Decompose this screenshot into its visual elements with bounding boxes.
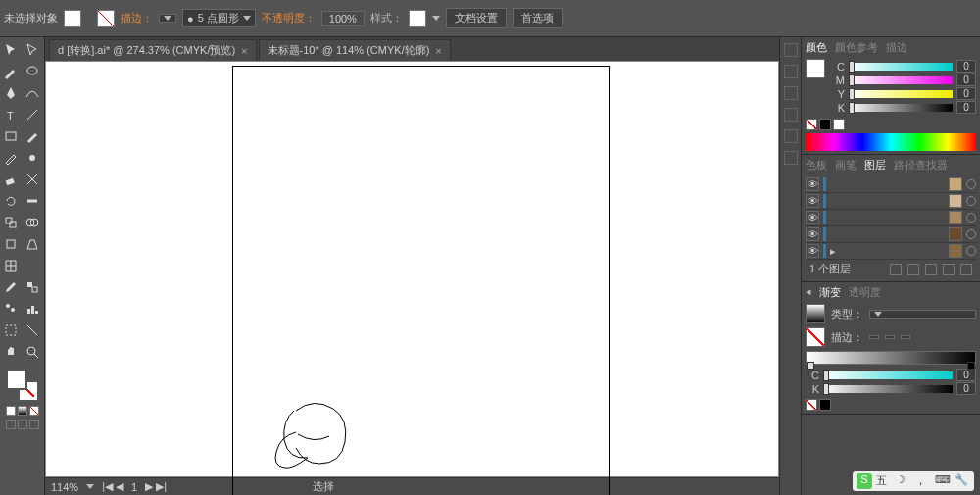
doc-setup-button[interactable]: 文档设置 xyxy=(446,8,507,28)
curvature-tool[interactable] xyxy=(22,82,43,104)
free-transform-tool[interactable] xyxy=(0,233,22,255)
collapsed-panel-icon[interactable] xyxy=(784,43,798,57)
collapsed-panel-icon[interactable] xyxy=(784,86,798,100)
new-layer-icon[interactable] xyxy=(943,264,955,275)
trash-icon[interactable] xyxy=(960,264,972,275)
none-mode[interactable] xyxy=(29,406,39,416)
tab-gradient[interactable]: 渐变 xyxy=(819,285,841,300)
tab-swatches[interactable]: 色板 xyxy=(806,158,827,173)
spectrum-picker[interactable] xyxy=(806,133,976,151)
scale-tool[interactable] xyxy=(0,212,22,233)
prefs-button[interactable]: 首选项 xyxy=(513,8,563,28)
close-icon[interactable]: × xyxy=(241,45,247,57)
ime-settings-icon[interactable]: 🔧 xyxy=(955,473,970,489)
layer-row[interactable]: 👁▸ xyxy=(806,243,976,260)
stroke-style-dropdown[interactable]: ● 5 点圆形 xyxy=(182,9,256,27)
style-dropdown-icon[interactable] xyxy=(432,16,440,21)
gradient-stroke-2[interactable] xyxy=(885,335,895,339)
black-swatch[interactable] xyxy=(819,119,831,130)
color-mode[interactable] xyxy=(6,406,16,416)
gradient-track[interactable] xyxy=(806,351,976,365)
stroke-swatch[interactable] xyxy=(97,10,115,27)
collapsed-panel-icon[interactable] xyxy=(784,129,798,143)
rectangle-tool[interactable] xyxy=(0,125,22,147)
white-swatch[interactable] xyxy=(833,119,845,130)
fill-swatch[interactable] xyxy=(64,10,81,27)
collapsed-panel-icon[interactable] xyxy=(784,108,798,122)
none-swatch[interactable] xyxy=(806,119,817,130)
tab-color[interactable]: 颜色 xyxy=(806,40,827,55)
lasso-tool[interactable] xyxy=(22,61,43,82)
brush-tool[interactable] xyxy=(22,125,43,147)
ime-moon-icon[interactable]: ☽ xyxy=(896,473,911,489)
shape-builder-tool[interactable] xyxy=(22,212,43,233)
blob-brush-tool[interactable] xyxy=(22,147,43,169)
tab-color-guide[interactable]: 颜色参考 xyxy=(835,40,878,55)
screen-normal[interactable] xyxy=(6,420,16,429)
mesh-tool[interactable] xyxy=(0,255,22,276)
target-icon[interactable] xyxy=(966,213,976,223)
ime-keyboard-icon[interactable]: ⌨ xyxy=(935,473,951,489)
collapsed-panel-icon[interactable] xyxy=(784,65,798,78)
tab-1[interactable]: d [转换].ai* @ 274.37% (CMYK/预览)× xyxy=(49,39,257,61)
ime-icon[interactable]: S xyxy=(857,473,872,489)
zoom-tool[interactable] xyxy=(22,341,43,363)
visibility-toggle[interactable]: 👁 xyxy=(806,194,819,208)
rotate-tool[interactable] xyxy=(0,190,22,212)
screen-preview[interactable] xyxy=(18,420,27,429)
screen-mode[interactable] xyxy=(29,420,39,429)
layer-row[interactable]: 👁 xyxy=(806,176,976,193)
gradient-fill-swatch[interactable] xyxy=(806,327,825,347)
visibility-toggle[interactable]: 👁 xyxy=(806,227,819,241)
tab-layers[interactable]: 图层 xyxy=(864,158,886,173)
opacity-input[interactable]: 100% xyxy=(321,11,365,26)
gradient-type-dropdown[interactable] xyxy=(869,310,976,319)
tab-transparency[interactable]: 透明度 xyxy=(849,285,881,300)
tab-2[interactable]: 未标题-10* @ 114% (CMYK/轮廓)× xyxy=(259,39,451,61)
tab-brushes[interactable]: 画笔 xyxy=(835,158,857,173)
pencil-tool[interactable] xyxy=(0,147,22,169)
gradient-stroke-3[interactable] xyxy=(901,335,910,339)
grad-black-slider[interactable] xyxy=(823,385,953,393)
artboard-nav[interactable]: 1 xyxy=(131,481,137,493)
target-icon[interactable] xyxy=(966,229,976,239)
selection-tool[interactable] xyxy=(0,39,22,61)
direct-selection-tool[interactable] xyxy=(22,39,43,61)
tab-pathfinder[interactable]: 路径查找器 xyxy=(894,158,948,173)
collapsed-panel-icon[interactable] xyxy=(784,151,798,165)
sublayer-icon[interactable] xyxy=(925,264,937,275)
layer-row[interactable]: 👁 xyxy=(806,210,976,226)
grad-cyan-slider[interactable] xyxy=(823,371,953,379)
visibility-toggle[interactable]: 👁 xyxy=(806,211,819,224)
stroke-weight-dropdown[interactable] xyxy=(159,14,176,23)
scissors-tool[interactable] xyxy=(22,169,43,190)
yellow-slider[interactable] xyxy=(849,90,953,98)
close-icon[interactable]: × xyxy=(435,45,441,57)
cyan-slider[interactable] xyxy=(849,63,953,71)
gradient-mode[interactable] xyxy=(18,406,27,416)
target-icon[interactable] xyxy=(966,179,976,189)
ime-comma-icon[interactable]: ， xyxy=(915,473,931,489)
style-swatch[interactable] xyxy=(409,10,426,27)
pen-tool[interactable] xyxy=(0,82,22,104)
magenta-slider[interactable] xyxy=(849,76,953,84)
type-tool[interactable]: T xyxy=(0,104,22,125)
tab-stroke[interactable]: 描边 xyxy=(886,40,907,55)
eyedropper-tool[interactable] xyxy=(0,276,22,298)
fill-stroke-control[interactable] xyxy=(6,369,39,402)
locate-icon[interactable] xyxy=(890,264,902,275)
slice-tool[interactable] xyxy=(22,320,43,341)
width-tool[interactable] xyxy=(22,190,43,212)
hand-tool[interactable] xyxy=(0,341,22,363)
canvas-area[interactable] xyxy=(45,61,779,477)
gradient-stroke-1[interactable] xyxy=(869,335,879,339)
eraser-tool[interactable] xyxy=(0,169,22,190)
line-tool[interactable] xyxy=(22,104,43,125)
magic-wand-tool[interactable] xyxy=(0,61,22,82)
black-slider[interactable] xyxy=(849,104,953,112)
panel-fill-swatch[interactable] xyxy=(806,59,825,78)
target-icon[interactable] xyxy=(966,246,976,256)
target-icon[interactable] xyxy=(966,196,976,206)
column-graph-tool[interactable] xyxy=(22,298,43,320)
mask-icon[interactable] xyxy=(907,264,919,275)
